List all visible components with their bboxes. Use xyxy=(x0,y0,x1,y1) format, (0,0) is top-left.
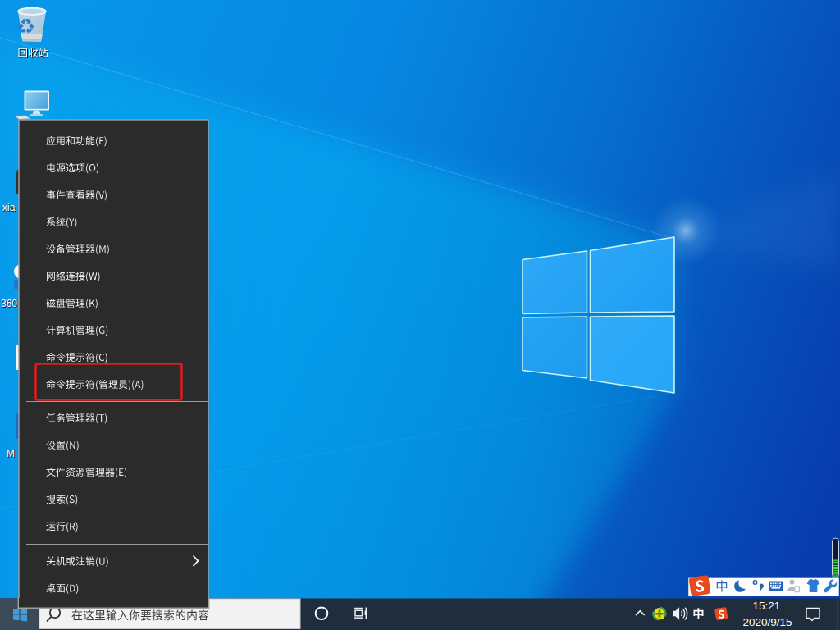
svg-text:M: M xyxy=(7,448,15,459)
svg-text:2020/9/15: 2020/9/15 xyxy=(742,616,792,628)
svg-text:xia: xia xyxy=(2,202,16,213)
svg-text:15:21: 15:21 xyxy=(753,600,781,612)
svg-text:360: 360 xyxy=(1,298,17,309)
